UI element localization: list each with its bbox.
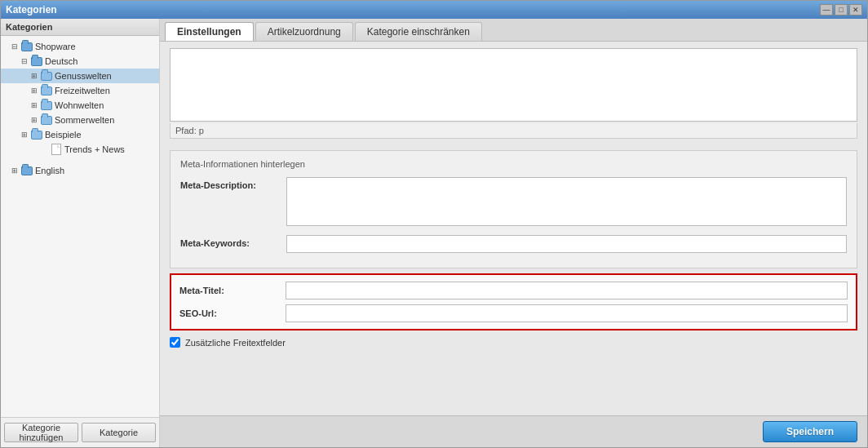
toggle-english[interactable]: ⊞: [9, 165, 20, 176]
title-bar-buttons: — □ ✕: [820, 4, 862, 16]
sidebar-item-english[interactable]: ⊞ English: [1, 163, 159, 178]
meta-description-row: Meta-Description:: [180, 177, 847, 228]
additional-checkbox[interactable]: [170, 337, 180, 348]
sidebar-label-beispiele: Beispiele: [45, 130, 82, 140]
sidebar-item-trends-news[interactable]: ⊞ Trends + News: [1, 142, 159, 157]
meta-description-label: Meta-Description:: [180, 177, 286, 190]
toggle-deutsch[interactable]: ⊟: [19, 55, 30, 67]
meta-description-input-container: [286, 177, 847, 228]
title-bar: Kategorien — □ ✕: [1, 1, 867, 19]
folder-icon-deutsch: [30, 55, 43, 67]
additional-label[interactable]: Zusätzliche Freitextfelder: [185, 338, 286, 348]
sidebar-label-shopware: Shopware: [35, 42, 76, 51]
window-title: Kategorien: [6, 4, 57, 16]
meta-description-input[interactable]: [286, 177, 847, 226]
close-button[interactable]: ✕: [849, 4, 862, 16]
highlighted-meta-section: Meta-Titel: SEO-Url:: [170, 273, 857, 330]
seo-url-label: SEO-Url:: [179, 308, 286, 318]
edit-category-button[interactable]: Kategorie: [82, 423, 156, 442]
sidebar-item-genusswelten[interactable]: ⊞ Genusswelten: [1, 69, 159, 83]
meta-keywords-label: Meta-Keywords:: [180, 235, 286, 248]
right-panel: Einstellungen Artikelzuordnung Kategorie…: [160, 19, 867, 447]
meta-keywords-input-container: [286, 235, 847, 253]
seo-url-input[interactable]: [286, 304, 848, 322]
folder-icon-shopware: [20, 41, 33, 52]
sidebar-item-freizeitwelten[interactable]: ⊞ Freizeitwelten: [1, 83, 159, 98]
sidebar-item-wohnwelten[interactable]: ⊞ Wohnwelten: [1, 98, 159, 113]
meta-titel-label: Meta-Titel:: [179, 286, 286, 295]
tab-artikelzuordnung[interactable]: Artikelzuordnung: [255, 22, 353, 41]
minimize-button[interactable]: —: [820, 4, 833, 16]
meta-keywords-row: Meta-Keywords:: [180, 235, 847, 253]
toggle-freizeitwelten[interactable]: ⊞: [29, 85, 40, 96]
add-category-button[interactable]: Kategorie hinzufügen: [4, 423, 78, 442]
toggle-shopware[interactable]: ⊟: [9, 41, 20, 52]
meta-titel-row: Meta-Titel:: [179, 282, 848, 299]
folder-icon-english: [20, 165, 33, 176]
meta-keywords-input[interactable]: [286, 235, 847, 253]
kategorien-window: Kategorien — □ ✕ Kategorien ⊟ Shopware ⊟: [0, 0, 868, 448]
toggle-genusswelten[interactable]: ⊞: [29, 70, 40, 82]
panel-body: Pfad: p Meta-Informationen hinterlegen M…: [160, 42, 867, 415]
page-icon-trends-news: [50, 144, 63, 155]
folder-icon-sommerwelten: [40, 114, 53, 126]
save-button[interactable]: Speichern: [763, 421, 857, 442]
tab-einstellungen[interactable]: Einstellungen: [165, 22, 254, 41]
tab-kategorie-einschranken[interactable]: Kategorie einschränken: [355, 22, 482, 41]
left-panel: Kategorien ⊟ Shopware ⊟ Deutsch ⊞: [1, 19, 160, 447]
folder-icon-beispiele: [30, 129, 43, 140]
sidebar-item-shopware[interactable]: ⊟ Shopware: [1, 39, 159, 54]
meta-section-title: Meta-Informationen hinterlegen: [180, 159, 847, 169]
toggle-wohnwelten[interactable]: ⊞: [29, 100, 40, 111]
toggle-beispiele[interactable]: ⊞: [19, 129, 30, 140]
meta-section: Meta-Informationen hinterlegen Meta-Desc…: [170, 150, 857, 268]
sidebar-label-sommerwelten: Sommerwelten: [55, 115, 114, 125]
path-bar: Pfad: p: [170, 123, 857, 139]
save-bar: Speichern: [160, 415, 867, 447]
sidebar-item-deutsch[interactable]: ⊟ Deutsch: [1, 54, 159, 69]
sidebar-label-genusswelten: Genusswelten: [55, 71, 112, 81]
toggle-sommerwelten[interactable]: ⊞: [29, 114, 40, 126]
restore-button[interactable]: □: [835, 4, 848, 16]
tree-area: ⊟ Shopware ⊟ Deutsch ⊞ Genusswelten: [1, 36, 159, 417]
meta-titel-input[interactable]: [286, 282, 848, 299]
sidebar-label-deutsch: Deutsch: [45, 56, 78, 66]
top-textarea[interactable]: [170, 48, 857, 122]
sidebar-label-freizeitwelten: Freizeitwelten: [55, 86, 110, 95]
folder-icon-freizeitwelten: [40, 85, 53, 96]
seo-url-row: SEO-Url:: [179, 304, 848, 322]
sidebar-item-sommerwelten[interactable]: ⊞ Sommerwelten: [1, 113, 159, 127]
sidebar-item-beispiele[interactable]: ⊞ Beispiele: [1, 127, 159, 142]
folder-icon-wohnwelten: [40, 100, 53, 111]
folder-icon-genusswelten: [40, 70, 53, 82]
sidebar-header: Kategorien: [1, 19, 159, 36]
main-content: Kategorien ⊟ Shopware ⊟ Deutsch ⊞: [1, 19, 867, 447]
section-top: Pfad: p: [160, 42, 867, 145]
sidebar-label-trends-news: Trends + News: [64, 144, 125, 154]
tabs-bar: Einstellungen Artikelzuordnung Kategorie…: [160, 19, 867, 42]
additional-section: Zusätzliche Freitextfelder: [170, 337, 857, 348]
sidebar-label-english: English: [35, 166, 64, 175]
sidebar-footer: Kategorie hinzufügen Kategorie: [1, 417, 159, 447]
sidebar-label-wohnwelten: Wohnwelten: [55, 100, 104, 110]
